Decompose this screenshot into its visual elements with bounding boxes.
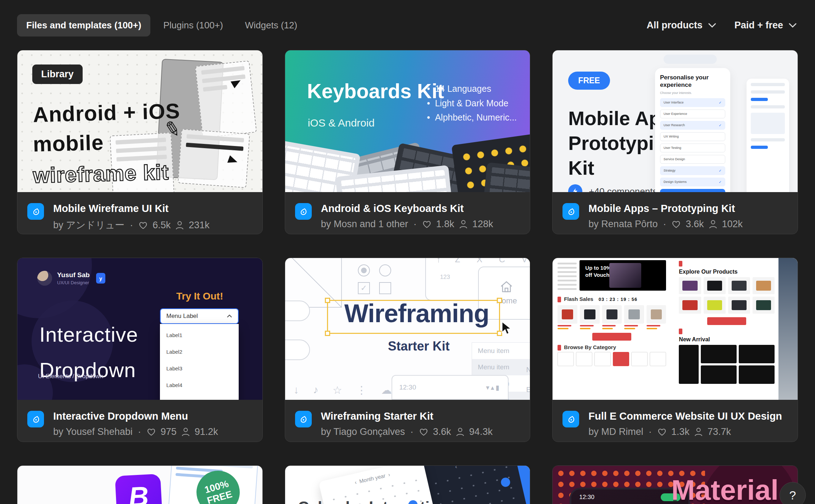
creator-logo-badge: y — [96, 273, 105, 284]
tab-widgets[interactable]: Widgets (12) — [236, 14, 306, 37]
side-widgets-mockup — [747, 79, 789, 192]
heart-icon — [671, 220, 681, 229]
card-title: Mobile Wireframe UI Kit — [53, 203, 210, 214]
price-filter-dropdown[interactable]: Paid + free — [734, 20, 797, 31]
user-count: 128k — [472, 219, 493, 230]
heart-icon — [422, 220, 432, 229]
canvas-gradient-edge — [778, 258, 798, 400]
card-author[interactable]: by Renata Pôrto — [588, 219, 658, 230]
all-products-label: All products — [647, 20, 703, 31]
cover-title-clipped: Calendar Interactive UI Kit — [298, 497, 447, 504]
users-icon — [175, 220, 184, 230]
card-author[interactable]: by Mosn and 1 other — [321, 219, 408, 230]
card-title: Full E Commerce Website UI UX Design — [588, 410, 782, 422]
components-count: +40 components — [568, 184, 657, 192]
cover-title-line: mobile — [33, 130, 104, 156]
price-filter-label: Paid + free — [734, 20, 783, 31]
avatar — [37, 271, 52, 286]
card-footer: Mobile Wireframe UI Kit by アンドリュー · 6.5k… — [17, 192, 262, 234]
card-footer: Mobile Apps – Prototyping Kit by Renata … — [553, 192, 798, 234]
bootstrap-logo: B — [115, 474, 162, 504]
view-all-button-mockup — [592, 333, 631, 341]
creator-chip: Yusuf Sab UX/UI Designer y — [37, 271, 105, 286]
figma-file-icon — [27, 411, 44, 427]
like-count: 1.8k — [436, 219, 454, 230]
home-icon — [500, 281, 513, 293]
chevron-up-icon — [227, 314, 232, 318]
next-button-mockup: Next — [660, 189, 725, 192]
heart-icon — [138, 221, 148, 230]
feature-bullets: 14 Languages Light & Dark Mode Alphbetic… — [427, 82, 517, 125]
ecommerce-home-page: Up to 10%off Voucher Flash Sales 03 : 23… — [553, 258, 670, 400]
user-count: 73.7k — [708, 426, 731, 437]
cover-title-line: Interactive — [39, 323, 138, 346]
ecommerce-products-page: Explore Our Products New Arrival — [675, 258, 778, 400]
card-author[interactable]: by MD Rimel — [588, 426, 643, 437]
cover-title-line: wireframe kit — [33, 160, 169, 188]
selected-text-frame: Wireframing — [327, 300, 500, 334]
heart-icon — [419, 427, 428, 436]
cover-title: Material 3 & Android 15 — [666, 475, 783, 504]
like-count: 3.6k — [433, 426, 451, 437]
users-icon — [181, 427, 190, 437]
heart-icon — [657, 427, 667, 436]
view-products-button-mockup — [707, 317, 746, 325]
like-count: 6.5k — [153, 220, 171, 231]
thumbnail-ecommerce: Up to 10%off Voucher Flash Sales 03 : 23… — [553, 258, 798, 400]
cover-subtitle: Starter Kit — [388, 339, 450, 354]
cover-title-line: Android + iOS — [33, 99, 180, 127]
toggle-row: Emails — [526, 384, 530, 395]
phone-mockup: Personalise your experience Choose your … — [655, 68, 730, 192]
free-badge: FREE — [568, 72, 610, 90]
figma-file-icon — [295, 411, 312, 427]
card-mobile-wireframe-ui-kit[interactable]: Library Android + iOS mobile wireframe k… — [17, 50, 263, 234]
card-ecommerce-design[interactable]: Up to 10%off Voucher Flash Sales 03 : 23… — [552, 258, 798, 442]
card-title: Android & iOS Keyboards Kit — [321, 203, 493, 214]
glyph-row: ↓ ♪ ☆ ⋮ ☁ — [294, 384, 392, 396]
thumbnail-prototyping-kit: FREE Mobile Apps Prototyping Kit +40 com… — [553, 50, 798, 192]
dropdown-mockup: Menu Label Label1 Label2 Label3 Label4 L… — [160, 308, 239, 400]
thumbnail-mobile-wireframe: Library Android + iOS mobile wireframe k… — [17, 50, 262, 192]
radio-checkbox-mockup: ✓ — [358, 264, 395, 294]
users-icon — [459, 219, 468, 229]
results-grid: Library Android + iOS mobile wireframe k… — [0, 37, 815, 504]
card-bootstrap-5[interactable]: B 100%FREE Bootstrap 5 — [17, 465, 263, 504]
card-footer: Interactive Dropdown Menu by Yousef Sheh… — [17, 400, 262, 442]
users-icon — [694, 427, 703, 437]
card-title: Mobile Apps – Prototyping Kit — [588, 203, 743, 214]
card-author[interactable]: by Yousef Shehabi — [53, 426, 133, 437]
card-footer: Android & iOS Keyboards Kit by Mosn and … — [285, 192, 530, 234]
card-footer: Full E Commerce Website UI UX Design by … — [553, 400, 798, 442]
chevron-down-icon — [708, 23, 716, 28]
user-count: 91.2k — [195, 426, 218, 437]
bolt-icon — [568, 184, 582, 192]
user-count: 94.3k — [469, 426, 493, 437]
thumbnail-material3: 12:30 Your order has shipped · now ⌄ Mat… — [553, 466, 798, 504]
card-prototyping-kit[interactable]: FREE Mobile Apps Prototyping Kit +40 com… — [552, 50, 798, 234]
card-material3-android15[interactable]: 12:30 Your order has shipped · now ⌄ Mat… — [552, 465, 798, 504]
users-icon — [456, 427, 465, 437]
like-count: 3.6k — [686, 219, 704, 230]
card-wireframing-starter-kit[interactable]: ✓ ↑Z X C V B N M 123spacereturn Home — [285, 258, 531, 442]
statusbar-mockup: 12:30 ▾▴▮ — [392, 375, 509, 400]
try-it-out-label: Try It Out! — [176, 291, 223, 302]
result-type-tabs: Files and templates (100+) Plugins (100+… — [17, 14, 306, 37]
figma-file-icon — [295, 203, 312, 220]
card-keyboards-kit[interactable]: Keyboards Kit iOS & Android 14 Languages… — [285, 50, 531, 234]
cover-subtitle: iOS & Android — [308, 117, 375, 129]
card-interactive-dropdown[interactable]: Yusuf Sab UX/UI Designer y Try It Out! M… — [17, 258, 263, 442]
tab-files-and-templates[interactable]: Files and templates (100+) — [17, 14, 150, 37]
toggle-row: Notifications — [526, 364, 530, 375]
card-title: Wireframing Starter Kit — [321, 410, 493, 422]
tab-plugins[interactable]: Plugins (100+) — [154, 14, 232, 37]
all-products-dropdown[interactable]: All products — [647, 20, 716, 31]
thumbnail-keyboards-kit: Keyboards Kit iOS & Android 14 Languages… — [285, 50, 530, 192]
user-count: 102k — [722, 219, 743, 230]
card-calendar-ui-kit[interactable]: ‹ › ‹ Month year › Calendar Interactive … — [285, 465, 531, 504]
like-count: 975 — [161, 426, 177, 437]
card-author[interactable]: by アンドリュー — [53, 219, 124, 231]
like-count: 1.3k — [671, 426, 689, 437]
users-icon — [709, 219, 717, 229]
library-badge: Library — [32, 65, 83, 84]
card-author[interactable]: by Tiago Gonçalves — [321, 426, 405, 437]
